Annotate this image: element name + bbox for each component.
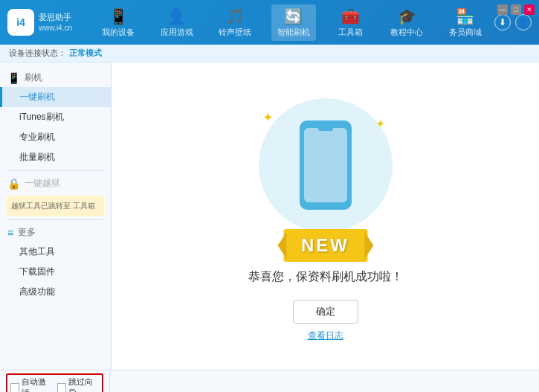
more-section-icon: ≡ (7, 227, 13, 239)
apps-games-icon: 👤 (167, 7, 186, 25)
activate-highlight-box: 自动激活 跳过向导 (6, 373, 103, 392)
phone-body (300, 121, 352, 210)
logo-icon: i4 (7, 9, 34, 36)
status-bar: 设备连接状态： 正常模式 (0, 45, 539, 62)
sidebar-section-flash: 📱 刷机 一键刷机 iTunes刷机 专业刷机 批量刷机 (0, 68, 111, 167)
nav-item-toolbox[interactable]: 🧰 工具箱 (330, 4, 371, 41)
guide-control: 跳过向导 (57, 376, 100, 392)
sidebar-item-pro-flash[interactable]: 专业刷机 (0, 127, 111, 147)
header-right: ⬇ 👤 (494, 14, 532, 30)
my-device-icon: 📱 (109, 7, 128, 25)
phone-illustration: ✦ ✦ NEW (251, 91, 400, 254)
nav-item-apps-games[interactable]: 👤 应用游戏 (155, 4, 199, 41)
auto-activate-control: 自动激活 (10, 376, 53, 392)
confirm-button[interactable]: 确定 (293, 300, 358, 324)
guide-checkbox[interactable] (57, 383, 66, 393)
content-area: ✦ ✦ NEW 恭喜您，保资料刷机成功啦！ 确定 查看日志 (112, 62, 539, 370)
sidebar-divider-1 (7, 170, 103, 171)
device-bar: 自动激活 跳过向导 📱 iPhone 15 Pro Max 512GB iPho… (0, 370, 539, 392)
sidebar-section-flash-header[interactable]: 📱 刷机 (0, 68, 111, 87)
nav-item-my-device[interactable]: 📱 我的设备 (96, 4, 141, 41)
minimize-button[interactable]: — (497, 4, 508, 15)
tutorial-icon: 🎓 (398, 7, 416, 25)
sidebar-divider-2 (7, 219, 103, 220)
nav-item-smart-flash[interactable]: 🔄 智能刷机 (271, 4, 316, 41)
download-button[interactable]: ⬇ (494, 14, 511, 30)
sidebar-item-other-tools[interactable]: 其他工具 (0, 242, 111, 262)
nav-item-service[interactable]: 🏪 务员商域 (443, 4, 488, 41)
service-icon: 🏪 (456, 7, 474, 25)
logo-text: 爱思助手 www.i4.cn (39, 12, 72, 32)
new-badge-text: NEW (301, 235, 349, 255)
header: i4 爱思助手 www.i4.cn 📱 我的设备 👤 应用游戏 🎵 铃声壁纸 🔄 (0, 0, 539, 45)
log-link[interactable]: 查看日志 (308, 330, 343, 342)
user-button[interactable]: 👤 (515, 14, 532, 30)
sparkle-left: ✦ (262, 109, 274, 126)
phone-screen (304, 128, 347, 202)
sidebar-section-jailbreak-header: 🔒 一键越狱 (0, 174, 111, 193)
sparkle-right: ✦ (375, 117, 385, 131)
sidebar-info-box: 越狱工具已跳转至 工具箱 (6, 196, 105, 216)
sidebar-item-download-firmware[interactable]: 下载固件 (0, 262, 111, 282)
main-area: 📱 刷机 一键刷机 iTunes刷机 专业刷机 批量刷机 🔒 一键越狱 越狱工具… (0, 62, 539, 370)
sidebar: 📱 刷机 一键刷机 iTunes刷机 专业刷机 批量刷机 🔒 一键越狱 越狱工具… (0, 62, 112, 370)
auto-activate-checkbox[interactable] (10, 383, 19, 393)
sidebar-item-batch-flash[interactable]: 批量刷机 (0, 147, 111, 167)
sidebar-section-more-header[interactable]: ≡ 更多 (0, 223, 111, 242)
maximize-button[interactable]: □ (511, 4, 521, 15)
phone-notch (318, 126, 333, 131)
device-bar-spacer (110, 370, 539, 392)
nav-item-ringtones[interactable]: 🎵 铃声壁纸 (213, 4, 257, 41)
nav-bar: 📱 我的设备 👤 应用游戏 🎵 铃声壁纸 🔄 智能刷机 🧰 工具箱 🎓 (89, 4, 494, 41)
close-button[interactable]: ✕ (524, 4, 535, 15)
device-sidebar-area: 自动激活 跳过向导 📱 iPhone 15 Pro Max 512GB iPho… (0, 370, 110, 392)
toolbox-icon: 🧰 (341, 7, 360, 25)
new-badge: NEW (283, 229, 367, 262)
sidebar-item-one-key-flash[interactable]: 一键刷机 (0, 87, 111, 107)
nav-item-tutorial[interactable]: 🎓 教程中心 (384, 4, 429, 41)
phone-circle-bg (259, 98, 393, 232)
sidebar-section-jailbreak: 🔒 一键越狱 越狱工具已跳转至 工具箱 (0, 174, 111, 216)
flash-section-icon: 📱 (7, 72, 20, 84)
sidebar-item-itunes-flash[interactable]: iTunes刷机 (0, 107, 111, 127)
ringtones-icon: 🎵 (226, 7, 245, 25)
sidebar-section-more: ≡ 更多 其他工具 下载固件 高级功能 (0, 223, 111, 302)
logo: i4 爱思助手 www.i4.cn (7, 9, 89, 36)
success-message: 恭喜您，保资料刷机成功啦！ (248, 269, 403, 285)
jailbreak-lock-icon: 🔒 (7, 178, 20, 190)
smart-flash-icon: 🔄 (284, 7, 303, 25)
sidebar-item-advanced[interactable]: 高级功能 (0, 282, 111, 302)
